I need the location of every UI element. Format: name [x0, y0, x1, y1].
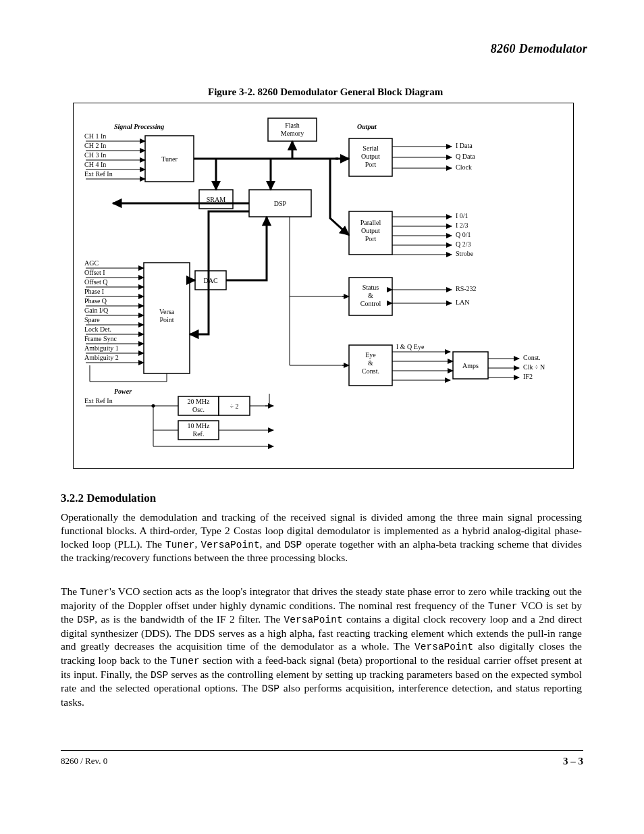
svg-text:&: & [368, 359, 373, 367]
svg-text:Ext Ref In: Ext Ref In [84, 170, 113, 178]
svg-text:Port: Port [365, 161, 377, 168]
svg-line-43 [342, 230, 349, 235]
figure-title: Figure 3-2. 8260 Demodulator General Blo… [208, 86, 443, 98]
block-label-amps: Amps [462, 362, 479, 369]
svg-text:Strobe: Strobe [456, 250, 474, 257]
svg-text:&: & [368, 292, 373, 299]
svg-text:Phase I: Phase I [84, 288, 104, 295]
svg-text:LAN: LAN [456, 298, 470, 306]
svg-text:CH 2 In: CH 2 In [84, 142, 106, 149]
svg-text:Parallel: Parallel [360, 219, 381, 226]
svg-text:Memory: Memory [281, 130, 304, 137]
block-label-divider: ÷ 2 [230, 402, 239, 410]
svg-text:Control: Control [360, 300, 381, 307]
svg-text:Versa: Versa [159, 308, 175, 315]
footer-rule [61, 750, 583, 751]
block-diagram: Tuner Flash Memory SRAM DSP DAC Versa Po… [73, 103, 574, 469]
svg-text:Flash: Flash [285, 122, 300, 129]
svg-text:Ambiguity 2: Ambiguity 2 [84, 354, 119, 361]
svg-text:Eye: Eye [365, 351, 376, 359]
svg-text:Q Data: Q Data [456, 153, 475, 160]
svg-text:Offset Q: Offset Q [84, 278, 108, 286]
svg-text:Port: Port [365, 235, 377, 242]
svg-text:Clock: Clock [456, 163, 472, 171]
svg-text:I 0/1: I 0/1 [456, 212, 468, 219]
svg-text:Output: Output [357, 123, 377, 130]
block-label-sram: SRAM [207, 196, 225, 203]
svg-text:CH 4 In: CH 4 In [84, 161, 106, 168]
svg-text:10 MHz: 10 MHz [187, 422, 210, 429]
svg-text:IF2: IF2 [523, 373, 533, 380]
svg-text:Output: Output [361, 227, 380, 234]
footer-right: 3 – 3 [563, 756, 583, 767]
footer-left: 8260 / Rev. 0 [61, 756, 107, 766]
paragraph-2: The Tuner's VCO section acts as the loop… [61, 585, 582, 708]
svg-text:Power: Power [114, 388, 132, 395]
svg-text:Lock Det.: Lock Det. [84, 325, 111, 333]
svg-text:Status: Status [363, 284, 379, 291]
svg-text:Phase Q: Phase Q [84, 297, 107, 305]
svg-text:CH 3 In: CH 3 In [84, 151, 106, 159]
svg-text:Ambiguity 1: Ambiguity 1 [84, 344, 119, 352]
page-header-title: 8260 Demodulator [491, 42, 587, 56]
svg-text:AGC: AGC [84, 259, 99, 267]
svg-text:Const.: Const. [523, 354, 541, 361]
svg-text:Q 2/3: Q 2/3 [456, 240, 471, 248]
paragraph-1: Operationally the demodulation and track… [61, 511, 582, 565]
svg-text:Clk ÷ N: Clk ÷ N [523, 363, 545, 371]
svg-text:Gain I/Q: Gain I/Q [84, 307, 109, 314]
svg-text:Spare: Spare [84, 316, 100, 323]
svg-text:Signal Processing: Signal Processing [114, 123, 164, 130]
svg-text:I & Q Eye: I & Q Eye [396, 343, 425, 350]
svg-text:Point: Point [159, 316, 173, 323]
svg-text:Serial: Serial [363, 145, 379, 152]
block-label-tuner: Tuner [161, 155, 178, 163]
block-label-dac: DAC [203, 277, 217, 284]
svg-text:Output: Output [361, 153, 380, 160]
svg-text:Q 0/1: Q 0/1 [456, 231, 471, 238]
svg-text:Offset I: Offset I [84, 269, 105, 276]
svg-text:Frame Sync: Frame Sync [84, 335, 117, 342]
svg-text:Osc.: Osc. [192, 406, 205, 413]
svg-text:I 2/3: I 2/3 [456, 221, 468, 229]
svg-text:I Data: I Data [456, 142, 473, 149]
svg-text:Ext Ref In: Ext Ref In [84, 397, 113, 405]
block-label-dsp: DSP [274, 200, 287, 207]
svg-text:RS-232: RS-232 [456, 285, 477, 292]
section-title: 3.2.2 Demodulation [61, 492, 156, 505]
svg-text:Ref.: Ref. [193, 430, 205, 438]
svg-text:Const.: Const. [362, 367, 379, 375]
svg-text:20 MHz: 20 MHz [187, 398, 210, 405]
svg-text:CH 1 In: CH 1 In [84, 132, 106, 140]
